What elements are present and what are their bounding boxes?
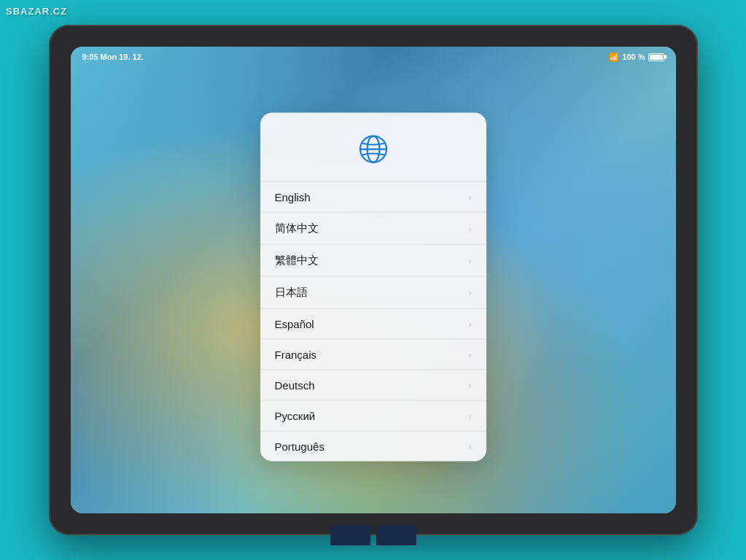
language-label-english: English xyxy=(275,191,311,203)
battery-fill xyxy=(650,55,663,60)
ipad-stand xyxy=(330,525,416,545)
chevron-icon-russian: › xyxy=(468,411,471,421)
chevron-icon-english: › xyxy=(468,192,471,203)
language-label-russian: Русский xyxy=(275,410,316,422)
chevron-icon-french: › xyxy=(468,349,471,360)
language-label-french: Français xyxy=(275,349,317,361)
language-item-spanish[interactable]: Español› xyxy=(260,308,486,339)
globe-icon xyxy=(357,133,389,166)
language-selection-panel: English›简体中文›繁體中文›日本語›Español›Français›D… xyxy=(260,113,486,462)
language-label-portuguese: Português xyxy=(275,440,325,453)
language-label-spanish: Español xyxy=(275,318,314,330)
stand-piece-right xyxy=(376,525,416,545)
status-right: 📶 100 % xyxy=(609,52,664,62)
status-time: 9:05 Mon 19. 12. xyxy=(82,52,144,61)
battery-percent: 100 % xyxy=(622,52,645,61)
language-item-french[interactable]: Français› xyxy=(260,339,486,370)
photo-frame: SBAZAR.CZ 9:05 Mon 19. 12. 📶 100 % xyxy=(0,0,746,560)
wifi-icon: 📶 xyxy=(609,52,619,62)
language-label-german: Deutsch xyxy=(275,379,315,392)
language-item-japanese[interactable]: 日本語› xyxy=(260,276,486,308)
language-label-japanese: 日本語 xyxy=(275,286,308,300)
language-label-simplified-chinese: 简体中文 xyxy=(275,222,319,236)
globe-container xyxy=(260,133,486,166)
language-item-english[interactable]: English› xyxy=(260,182,486,212)
chevron-icon-traditional-chinese: › xyxy=(468,255,471,266)
language-item-german[interactable]: Deutsch› xyxy=(260,370,486,400)
language-item-simplified-chinese[interactable]: 简体中文› xyxy=(260,212,486,244)
chevron-icon-spanish: › xyxy=(468,319,471,330)
chevron-icon-german: › xyxy=(468,380,471,391)
ipad-screen: 9:05 Mon 19. 12. 📶 100 % xyxy=(71,47,676,513)
chevron-icon-simplified-chinese: › xyxy=(468,223,471,234)
chevron-icon-japanese: › xyxy=(468,287,471,298)
language-list: English›简体中文›繁體中文›日本語›Español›Français›D… xyxy=(260,182,486,462)
language-item-traditional-chinese[interactable]: 繁體中文› xyxy=(260,244,486,276)
language-item-portuguese[interactable]: Português› xyxy=(260,431,486,462)
language-item-russian[interactable]: Русский› xyxy=(260,400,486,431)
stand-piece-left xyxy=(330,525,370,545)
status-bar: 9:05 Mon 19. 12. 📶 100 % xyxy=(71,47,676,67)
language-label-traditional-chinese: 繁體中文 xyxy=(275,254,319,268)
ipad-device: 9:05 Mon 19. 12. 📶 100 % xyxy=(49,25,698,535)
battery-icon xyxy=(648,53,664,61)
watermark: SBAZAR.CZ xyxy=(6,6,67,17)
chevron-icon-portuguese: › xyxy=(468,441,471,452)
